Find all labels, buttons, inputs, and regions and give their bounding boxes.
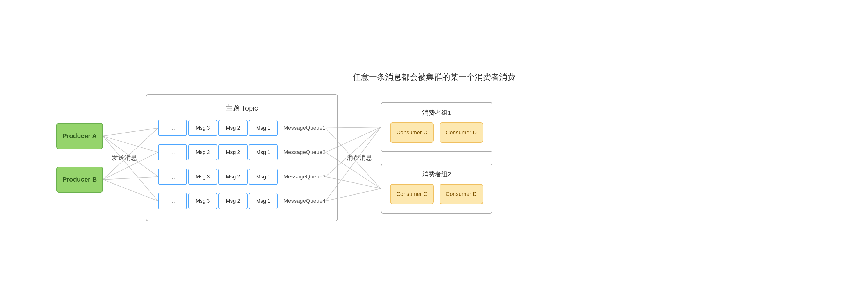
msg-dots-4: ... — [158, 193, 187, 209]
queue-label-1: MessageQueue1 — [283, 125, 326, 131]
msg2-1: Msg 2 — [218, 120, 248, 136]
diagram: Producer A Producer B 发送消息 主题 Topic ... … — [56, 94, 812, 221]
producers-column: Producer A Producer B — [56, 123, 103, 193]
queue-row-4: ... Msg 3 Msg 2 Msg 1 MessageQueue4 — [158, 193, 326, 209]
msg1-2: Msg 1 — [249, 144, 278, 160]
cg2-title: 消费者组2 — [390, 170, 483, 179]
consumer-group-2: 消费者组2 Consumer C Consumer D — [381, 163, 492, 214]
msg2-3: Msg 2 — [218, 169, 248, 185]
consume-label: 消费消息 — [347, 153, 372, 162]
msg2-4: Msg 2 — [218, 193, 248, 209]
queue-label-2: MessageQueue2 — [283, 149, 326, 155]
msg-dots-3: ... — [158, 169, 187, 185]
page-title: 任意一条消息都会被集群的某一个消费者消费 — [353, 72, 515, 83]
msg3-1: Msg 3 — [188, 120, 217, 136]
cg2-consumers: Consumer C Consumer D — [390, 184, 483, 204]
msg-dots-2: ... — [158, 144, 187, 160]
consumer-c-1: Consumer C — [390, 122, 434, 143]
msg3-3: Msg 3 — [188, 169, 217, 185]
msg1-3: Msg 1 — [249, 169, 278, 185]
consumer-d-2: Consumer D — [439, 184, 483, 204]
consumer-group-1: 消费者组1 Consumer C Consumer D — [381, 102, 492, 152]
queue-label-4: MessageQueue4 — [283, 198, 326, 204]
page-container: 任意一条消息都会被集群的某一个消费者消费 Producer A Producer… — [0, 72, 868, 221]
send-label: 发送消息 — [112, 153, 137, 162]
cg1-consumers: Consumer C Consumer D — [390, 122, 483, 143]
queue-row-2: ... Msg 3 Msg 2 Msg 1 MessageQueue2 — [158, 144, 326, 160]
msg2-2: Msg 2 — [218, 144, 248, 160]
queue-row-3: ... Msg 3 Msg 2 Msg 1 MessageQueue3 — [158, 169, 326, 185]
msg1-1: Msg 1 — [249, 120, 278, 136]
msg3-2: Msg 3 — [188, 144, 217, 160]
msg3-4: Msg 3 — [188, 193, 217, 209]
cg1-title: 消费者组1 — [390, 109, 483, 117]
producer-b: Producer B — [56, 167, 103, 193]
queues-list: ... Msg 3 Msg 2 Msg 1 MessageQueue1 ... … — [158, 120, 326, 209]
msg1-4: Msg 1 — [249, 193, 278, 209]
msg-dots-1: ... — [158, 120, 187, 136]
topic-box: 主题 Topic ... Msg 3 Msg 2 Msg 1 MessageQu… — [146, 94, 338, 221]
topic-title: 主题 Topic — [158, 104, 326, 113]
consumer-c-2: Consumer C — [390, 184, 434, 204]
queue-label-3: MessageQueue3 — [283, 174, 326, 180]
producer-a: Producer A — [56, 123, 103, 149]
consumer-groups: 消费者组1 Consumer C Consumer D 消费者组2 Consum… — [381, 102, 492, 214]
queue-row-1: ... Msg 3 Msg 2 Msg 1 MessageQueue1 — [158, 120, 326, 136]
consumer-d-1: Consumer D — [439, 122, 483, 143]
